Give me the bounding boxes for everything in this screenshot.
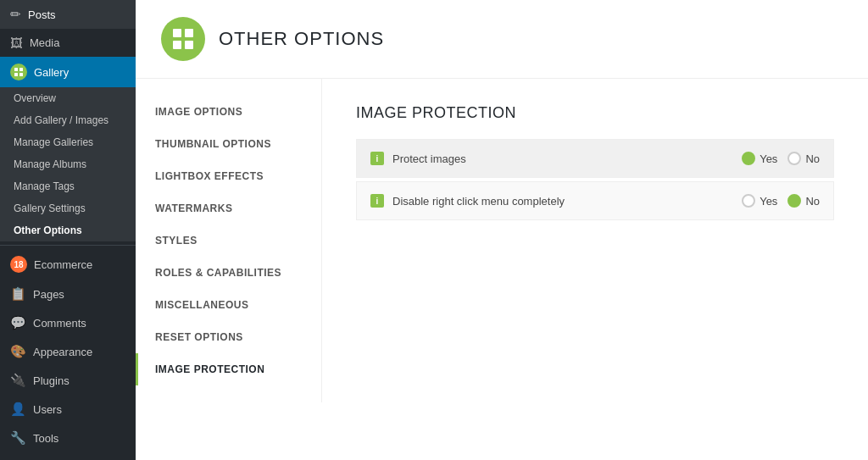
- sidebar-submenu: Overview Add Gallery / Images Manage Gal…: [0, 87, 136, 241]
- right-click-no-radio[interactable]: [787, 194, 801, 208]
- option-row-protect-images: i Protect images Yes No: [356, 139, 834, 178]
- page-title: OTHER OPTIONS: [219, 28, 384, 50]
- media-icon: 🖼: [10, 36, 23, 50]
- sidebar-pages-label: Pages: [33, 288, 64, 301]
- sidebar-item-ecommerce[interactable]: 18 Ecommerce: [0, 249, 136, 280]
- sidebar-item-other-options[interactable]: Other Options: [0, 219, 136, 241]
- gallery-icon: [10, 64, 27, 80]
- sidebar-item-overview[interactable]: Overview: [0, 87, 136, 109]
- radio-group-protect: Yes No: [742, 152, 820, 165]
- users-icon: 👤: [10, 402, 26, 417]
- section-image-options[interactable]: IMAGE OPTIONS: [136, 96, 321, 128]
- section-lightbox-effects[interactable]: LIGHTBOX EFFECTS: [136, 160, 321, 192]
- protect-yes-label: Yes: [760, 152, 777, 165]
- sidebar-item-manage-tags[interactable]: Manage Tags: [0, 175, 136, 197]
- section-watermarks[interactable]: WATERMARKS: [136, 192, 321, 224]
- sidebar-item-appearance[interactable]: 🎨 Appearance: [0, 337, 136, 366]
- section-nav: IMAGE OPTIONS THUMBNAIL OPTIONS LIGHTBOX…: [136, 79, 322, 402]
- svg-rect-2: [14, 73, 18, 76]
- sidebar-appearance-label: Appearance: [33, 346, 92, 358]
- sidebar: ✏ Posts 🖼 Media Gallery Overview Add Gal…: [0, 0, 136, 460]
- option-row-disable-right-click: i Disable right click menu completely Ye…: [356, 181, 834, 220]
- section-miscellaneous[interactable]: MISCELLANEOUS: [136, 289, 321, 321]
- section-reset-options[interactable]: RESET OPTIONS: [136, 321, 321, 353]
- right-click-yes-radio[interactable]: [742, 194, 755, 208]
- sidebar-item-gallery[interactable]: Gallery: [0, 57, 136, 87]
- sidebar-plugins-label: Plugins: [33, 374, 70, 387]
- protect-yes-radio[interactable]: [742, 152, 755, 165]
- main-content: OTHER OPTIONS IMAGE OPTIONS THUMBNAIL OP…: [136, 0, 868, 460]
- svg-rect-3: [19, 73, 23, 76]
- sidebar-posts-label: Posts: [28, 8, 56, 21]
- sidebar-item-users[interactable]: 👤 Users: [0, 395, 136, 424]
- header-icon: [161, 17, 205, 61]
- svg-rect-6: [173, 41, 181, 49]
- option-label-right-click: Disable right click menu completely: [392, 195, 742, 208]
- section-roles-capabilities[interactable]: ROLES & CAPABILITIES: [136, 257, 321, 289]
- section-content: IMAGE PROTECTION i Protect images Yes No: [322, 79, 868, 402]
- sidebar-item-tools[interactable]: 🔧 Tools: [0, 424, 136, 452]
- sidebar-item-media[interactable]: 🖼 Media: [0, 29, 136, 57]
- protect-no-option[interactable]: No: [787, 152, 820, 165]
- page-header: OTHER OPTIONS: [136, 0, 868, 79]
- info-icon-right-click: i: [370, 194, 384, 208]
- sidebar-users-label: Users: [33, 403, 62, 416]
- section-image-protection[interactable]: IMAGE PROTECTION: [136, 353, 321, 385]
- sidebar-item-posts[interactable]: ✏ Posts: [0, 0, 136, 29]
- sidebar-ecommerce-label: Ecommerce: [34, 258, 92, 271]
- sidebar-tools-label: Tools: [33, 432, 58, 445]
- sidebar-media-label: Media: [30, 36, 59, 49]
- sidebar-gallery-label: Gallery: [34, 66, 69, 79]
- right-click-no-label: No: [805, 195, 820, 208]
- sidebar-item-plugins[interactable]: 🔌 Plugins: [0, 366, 136, 395]
- sidebar-item-pages[interactable]: 📋 Pages: [0, 280, 136, 308]
- right-click-yes-option[interactable]: Yes: [742, 194, 777, 208]
- sidebar-divider: [0, 245, 136, 246]
- right-click-no-option[interactable]: No: [787, 194, 820, 208]
- sidebar-item-comments[interactable]: 💬 Comments: [0, 308, 136, 337]
- sidebar-comments-label: Comments: [33, 317, 86, 330]
- posts-icon: ✏: [10, 7, 21, 22]
- option-label-protect: Protect images: [392, 152, 742, 165]
- svg-rect-4: [173, 29, 181, 37]
- svg-rect-7: [185, 41, 193, 49]
- section-thumbnail-options[interactable]: THUMBNAIL OPTIONS: [136, 128, 321, 160]
- section-styles[interactable]: STYLES: [136, 224, 321, 257]
- svg-rect-5: [185, 29, 193, 37]
- svg-rect-0: [14, 68, 18, 71]
- info-icon-protect: i: [370, 152, 384, 165]
- tools-icon: 🔧: [10, 430, 26, 446]
- comments-icon: 💬: [10, 315, 26, 330]
- protect-no-label: No: [805, 152, 820, 165]
- protect-yes-option[interactable]: Yes: [742, 152, 777, 165]
- appearance-icon: 🎨: [10, 344, 26, 359]
- ecommerce-badge: 18: [10, 256, 27, 273]
- right-click-yes-label: Yes: [760, 195, 777, 208]
- section-content-title: IMAGE PROTECTION: [356, 104, 834, 122]
- sidebar-item-add-gallery[interactable]: Add Gallery / Images: [0, 109, 136, 131]
- sidebar-item-gallery-settings[interactable]: Gallery Settings: [0, 197, 136, 219]
- content-area: IMAGE OPTIONS THUMBNAIL OPTIONS LIGHTBOX…: [136, 79, 868, 402]
- svg-rect-1: [19, 68, 23, 71]
- protect-no-radio[interactable]: [787, 152, 801, 165]
- sidebar-item-manage-galleries[interactable]: Manage Galleries: [0, 131, 136, 153]
- radio-group-right-click: Yes No: [742, 194, 820, 208]
- sidebar-item-manage-albums[interactable]: Manage Albums: [0, 153, 136, 175]
- plugins-icon: 🔌: [10, 373, 26, 388]
- pages-icon: 📋: [10, 286, 26, 302]
